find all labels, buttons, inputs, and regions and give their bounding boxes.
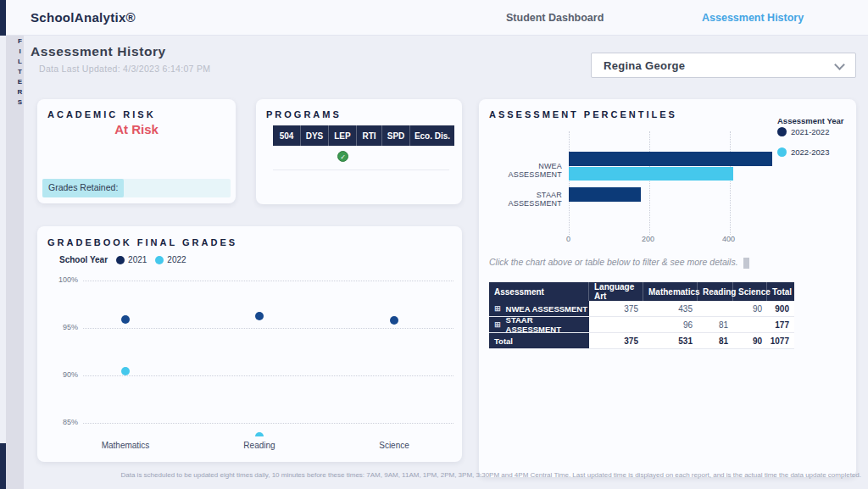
cell-total-language-art: 375: [589, 333, 643, 348]
point-2022-mathematics[interactable]: [121, 367, 130, 375]
cell-total-reading: 81: [698, 333, 733, 348]
risk-status-value: At Risk: [37, 122, 236, 136]
filters-rail: » FILTERS: [6, 0, 24, 489]
cell-nwea-language-art: 375: [589, 301, 643, 316]
data-update-schedule-note: Data is scheduled to be updated eight ti…: [120, 471, 861, 479]
panel-edge-bottom: [0, 443, 6, 489]
point-2021-mathematics[interactable]: [121, 315, 130, 324]
category-label-reading: Reading: [243, 441, 275, 450]
table-row-total: Total 375 531 81 90 1077: [489, 333, 794, 349]
legend-label-2021[interactable]: 2021: [128, 255, 147, 264]
legend-dot-cyan-icon: [777, 147, 787, 157]
cell-staar-total: 177: [767, 317, 794, 332]
student-selector[interactable]: Regina George: [591, 53, 856, 78]
cell-nwea-mathematics: 435: [643, 301, 698, 316]
column-header-language-art: Language Art: [589, 282, 643, 301]
legend-item-2021-2022[interactable]: 2021-2022: [777, 127, 829, 136]
gradebook-legend: School Year 2021 2022: [59, 255, 186, 264]
row-label-staar[interactable]: ⊞ STAAR ASSESSMENT: [489, 317, 589, 332]
table-row-staar[interactable]: ⊞ STAAR ASSESSMENT 96 81 177: [489, 317, 794, 333]
legend-dot-navy-icon: [777, 127, 787, 136]
programs-title: PROGRAMS: [266, 109, 342, 119]
column-header-science: Science: [733, 282, 767, 301]
cell-nwea-reading: [698, 301, 733, 316]
gradebook-final-grades-card: GRADEBOOK FINAL GRADES School Year 2021 …: [37, 226, 462, 462]
gradebook-plot-area: [37, 273, 462, 436]
cell-total-total: 1077: [767, 333, 794, 348]
column-header-total: Total: [767, 282, 794, 301]
assessment-percentiles-card: ASSESSMENT PERCENTILES Assessment Year 2…: [479, 99, 856, 477]
cell-staar-mathematics: 96: [643, 317, 698, 332]
row-label-total: Total: [489, 333, 589, 348]
bar-nwea-2022-2023[interactable]: [569, 167, 733, 181]
expand-icon[interactable]: ⊞: [494, 304, 501, 313]
program-cell-lep: LEP: [329, 125, 357, 146]
program-cell-spd: SPD: [382, 125, 410, 146]
cell-total-science: 90: [733, 333, 767, 348]
cell-staar-science: [733, 317, 767, 332]
cell-nwea-total: 900: [767, 301, 794, 316]
gradebook-legend-title: School Year: [59, 255, 108, 264]
x-tick-400: 400: [722, 235, 735, 243]
academic-risk-card: ACADEMIC RISK At Risk Grades Retained:: [37, 99, 236, 203]
bar-nwea-2021-2022[interactable]: [569, 152, 772, 166]
filters-rail-label[interactable]: FILTERS: [6, 37, 24, 108]
bar-staar-2021-2022[interactable]: [569, 187, 641, 202]
percentiles-legend-title: Assessment Year: [777, 116, 844, 125]
x-tick-200: 200: [642, 235, 654, 243]
program-cell-dys: DYS: [301, 125, 329, 146]
divider: [273, 169, 449, 170]
legend-label: 2022-2023: [791, 147, 829, 157]
category-label-science: Science: [379, 441, 409, 450]
chart-hint-text: Click the chart above or table below to …: [489, 257, 749, 269]
legend-dot-cyan-icon: [155, 256, 164, 264]
table-header-row: Assessment Language Art Mathematics Read…: [489, 282, 794, 301]
cell-staar-language-art: [589, 317, 643, 332]
legend-label: 2021-2022: [791, 127, 829, 136]
category-label-staar: STAAR ASSESSMENT: [484, 191, 562, 208]
category-label-nwea: NWEA ASSESSMENT: [484, 162, 562, 179]
assessment-percentiles-title: ASSESSMENT PERCENTILES: [489, 109, 677, 119]
column-header-mathematics: Mathematics: [643, 282, 698, 301]
cell-total-mathematics: 531: [643, 333, 698, 348]
row-label-text: Total: [494, 336, 513, 346]
gridline: [730, 131, 731, 235]
program-cell-504: 504: [273, 125, 301, 146]
panel-edge-top: [0, 0, 6, 36]
tab-student-dashboard[interactable]: Student Dashboard: [506, 12, 604, 24]
point-2021-science[interactable]: [390, 316, 398, 325]
last-updated-text: Data Last Updated: 4/3/2023 6:14:07 PM: [39, 64, 210, 74]
checkmark-icon: ✓: [337, 151, 348, 162]
row-label-text: NWEA ASSESSMENT: [506, 304, 587, 314]
grades-retained-label: Grades Retained:: [42, 179, 124, 197]
gradebook-title: GRADEBOOK FINAL GRADES: [47, 237, 237, 247]
legend-dot-navy-icon: [116, 256, 125, 264]
x-tick-0: 0: [566, 235, 570, 243]
gridline: [569, 131, 570, 235]
grades-retained-row: Grades Retained:: [42, 179, 231, 197]
chart-hint-label: Click the chart above or table below to …: [489, 257, 738, 267]
tab-assessment-history[interactable]: Assessment History: [702, 12, 804, 24]
page-title: Assessment History: [31, 44, 166, 59]
column-header-assessment: Assessment: [489, 282, 589, 301]
chevron-down-icon: [834, 59, 845, 70]
top-navbar: SchoolAnalytix® Student Dashboard Assess…: [6, 0, 868, 36]
program-cell-ecodis: Eco. Dis.: [410, 125, 454, 146]
programs-card: PROGRAMS 504 DYS LEP RTI SPD Eco. Dis. ✓: [256, 99, 462, 204]
expand-icon[interactable]: ⊞: [494, 320, 501, 329]
row-label-text: STAAR ASSESSMENT: [506, 315, 589, 334]
category-label-mathematics: Mathematics: [102, 441, 150, 450]
cursor-icon: [743, 258, 749, 269]
column-header-reading: Reading: [698, 282, 733, 301]
academic-risk-title: ACADEMIC RISK: [47, 109, 156, 119]
legend-label-2022[interactable]: 2022: [167, 255, 186, 264]
cell-staar-reading: 81: [698, 317, 733, 332]
point-2022-reading[interactable]: [255, 432, 264, 436]
point-2021-reading[interactable]: [255, 312, 264, 320]
app-brand: SchoolAnalytix®: [31, 10, 136, 25]
legend-item-2022-2023[interactable]: 2022-2023: [777, 147, 829, 157]
gridline: [649, 131, 650, 235]
row-label-nwea[interactable]: ⊞ NWEA ASSESSMENT: [489, 301, 589, 316]
assessment-table: Assessment Language Art Mathematics Read…: [489, 282, 794, 349]
cell-nwea-science: 90: [733, 301, 767, 316]
